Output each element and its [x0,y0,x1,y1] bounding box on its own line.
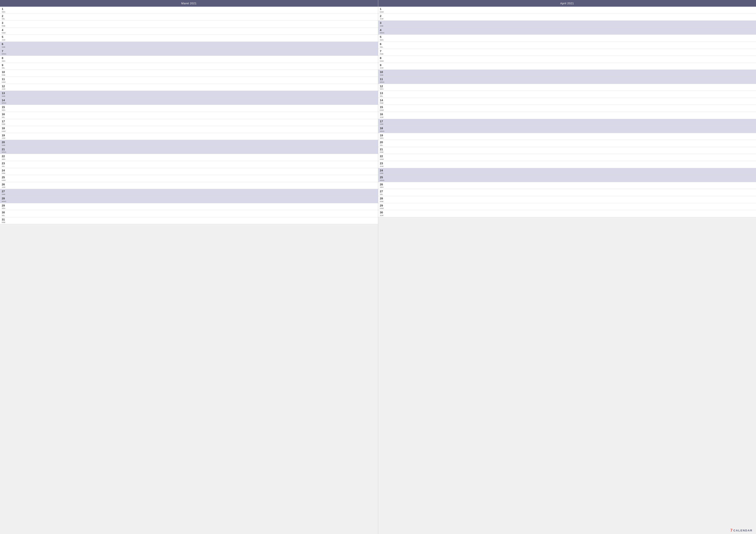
day-name: RAB [380,201,385,202]
day-row: 21MING [0,147,378,154]
day-cell: 29KAM [380,204,385,210]
day-row: 20SAB [0,140,378,147]
day-number: 23 [380,162,385,165]
day-row: 30SEL [0,210,378,217]
day-name: SEN [2,11,7,13]
day-cell: 22SEN [2,155,7,160]
day-number: 10 [2,70,7,74]
day-name: RAB [380,102,385,104]
day-name: JUM [380,18,385,20]
day-name: SEL [2,67,7,69]
day-name: SAB [2,46,7,48]
day-row: 10SAB [378,70,756,77]
day-number: 26 [2,183,7,186]
day-row: 5SEN [378,35,756,42]
day-number: 22 [2,155,7,158]
day-row: 2SEL [0,14,378,21]
day-row: 30JUM [378,210,756,217]
day-number: 15 [2,106,7,109]
day-cell: 30SEL [2,211,7,216]
day-number: 18 [380,127,385,130]
day-name: KAM [380,109,385,111]
day-number: 8 [380,56,385,60]
day-cell: 27SEL [380,190,385,195]
day-name: RAB [2,172,7,174]
day-number: 19 [380,134,385,137]
day-row: 26SEN [378,182,756,189]
day-row: 21RAB [378,147,756,154]
day-row: 16SEL [0,112,378,119]
day-row: 2JUM [378,14,756,21]
day-cell: 23JUM [380,162,385,167]
day-number: 14 [380,99,385,102]
day-name: SEN [380,39,385,41]
day-row: 14RAB [378,98,756,105]
day-cell: 7RAB [380,50,385,55]
day-number: 9 [380,64,385,67]
day-number: 18 [2,127,7,130]
day-number: 12 [380,85,385,88]
day-row: 18MING [378,126,756,133]
day-number: 6 [2,42,7,46]
day-number: 13 [2,91,7,95]
day-cell: 2JUM [380,14,385,20]
day-name: SAB [380,172,385,174]
day-row: 1KAM [378,7,756,14]
day-name: SAB [2,193,7,195]
day-number: 9 [2,64,7,67]
day-row: 12SEN [378,84,756,91]
day-name: JUM [2,187,7,188]
day-cell: 5SEN [380,35,385,41]
day-cell: 6SEL [380,42,385,48]
day-number: 11 [380,78,385,81]
day-row: 9JUM [378,63,756,70]
day-name: KAM [2,180,7,181]
day-row: 25KAM [0,175,378,182]
day-row: 8SEN [0,56,378,63]
day-row: 5JUM [0,35,378,42]
day-number: 30 [380,211,385,214]
day-number: 7 [2,50,7,53]
day-name: KAM [380,208,385,209]
day-row: 15SEN [0,105,378,112]
day-name: SAB [2,95,7,97]
footer-label: CALENDAR [733,529,753,532]
day-cell: 1KAM [380,7,385,13]
day-number: 8 [2,56,7,60]
day-cell: 20SAB [2,140,7,146]
day-row: 23JUM [378,161,756,168]
day-number: 17 [2,120,7,123]
day-number: 30 [2,211,7,214]
day-cell: 28RAB [380,197,385,202]
day-name: MING [380,180,385,181]
day-row: 31RAB [0,217,378,224]
day-cell: 10SAB [380,70,385,76]
day-name: SEL [380,46,385,48]
day-row: 22KAM [378,154,756,161]
day-row: 4KAM [0,28,378,35]
day-number: 16 [380,113,385,116]
day-name: MING [380,81,385,83]
day-row: 24SAB [378,168,756,175]
day-row: 3RAB [0,21,378,28]
day-number: 24 [380,169,385,172]
day-number: 29 [2,204,7,207]
day-row: 19JUM [0,133,378,140]
day-number: 2 [380,14,385,18]
day-number: 19 [2,134,7,137]
day-cell: 1SEN [2,7,7,13]
day-name: RAB [2,74,7,76]
day-name: RAB [380,151,385,153]
day-name: SEL [380,193,385,195]
day-row: 12JUM [0,84,378,91]
day-row: 19SEN [378,133,756,140]
day-cell: 14RAB [380,99,385,104]
day-number: 27 [2,190,7,193]
day-row: 28MING [0,196,378,203]
day-cell: 11KAM [2,78,7,83]
day-number: 23 [2,162,7,165]
day-row: 18KAM [0,126,378,133]
day-cell: 8SEN [2,56,7,62]
day-row: 15KAM [378,105,756,112]
day-row: 11MING [378,77,756,84]
